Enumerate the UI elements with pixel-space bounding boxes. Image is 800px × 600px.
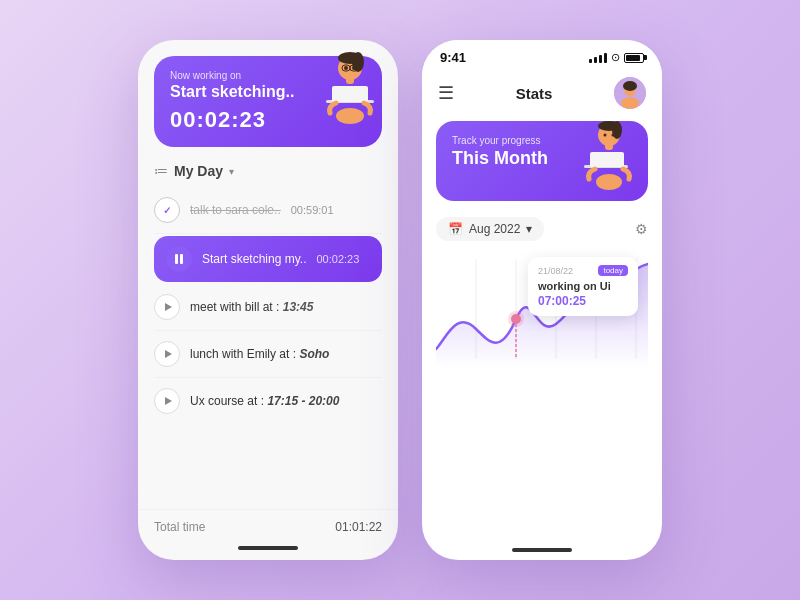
task-play-icon-5 [154, 388, 180, 414]
task-pause-icon-2 [166, 246, 192, 272]
task-list: ✓ talk to sara cole.. 00:59:01 Start ske… [138, 187, 398, 509]
tooltip-task: working on Ui [538, 280, 628, 292]
tooltip-time: 07:00:25 [538, 294, 628, 308]
tooltip-badge: today [598, 265, 628, 276]
tooltip-date: 21/08/22 [538, 266, 573, 276]
date-filter-row: 📅 Aug 2022 ▾ ⚙ [422, 213, 662, 249]
task-item-2[interactable]: Start sketching my.. 00:02:23 [154, 236, 382, 282]
chevron-down-icon: ▾ [229, 166, 234, 177]
progress-card: Track your progress This Month [436, 121, 648, 201]
left-phone: Now working on Start sketching.. 00:02:2… [138, 40, 398, 560]
filter-icon[interactable]: ⚙ [635, 221, 648, 237]
my-day-header[interactable]: ≔ My Day ▾ [154, 163, 382, 179]
svg-point-7 [344, 66, 348, 70]
task-name-5: Ux course at : 17:15 - 20:00 [190, 394, 339, 408]
status-icons: ⊙ [589, 51, 644, 64]
svg-point-22 [604, 134, 607, 137]
date-filter[interactable]: 📅 Aug 2022 ▾ [436, 217, 544, 241]
nav-title: Stats [516, 85, 553, 102]
svg-point-17 [596, 174, 622, 190]
date-chevron-icon: ▾ [526, 222, 532, 236]
list-icon: ≔ [154, 163, 168, 179]
svg-point-13 [621, 97, 639, 109]
status-bar: 9:41 ⊙ [422, 40, 662, 71]
task-item-5[interactable]: Ux course at : 17:15 - 20:00 [154, 378, 382, 424]
svg-point-14 [623, 81, 637, 91]
task-play-icon-4 [154, 341, 180, 367]
chart-area: 21/08/22 today working on Ui 07:00:25 [436, 249, 648, 542]
right-nav: ☰ Stats [422, 71, 662, 117]
task-time-2: 00:02:23 [316, 253, 359, 265]
svg-point-8 [352, 66, 356, 70]
my-day-title: My Day [174, 163, 223, 179]
calendar-icon: 📅 [448, 222, 463, 236]
home-indicator [238, 546, 298, 550]
task-play-icon-3 [154, 294, 180, 320]
total-value: 01:01:22 [335, 520, 382, 534]
svg-point-23 [612, 134, 615, 137]
tooltip-card: 21/08/22 today working on Ui 07:00:25 [528, 257, 638, 316]
task-name-3: meet with bill at : 13:45 [190, 300, 313, 314]
total-row: Total time 01:01:22 [138, 509, 398, 542]
signal-icon [589, 53, 607, 63]
status-time: 9:41 [440, 50, 466, 65]
date-filter-label: Aug 2022 [469, 222, 520, 236]
task-name-2: Start sketching my.. [202, 252, 306, 266]
home-indicator-right [512, 548, 572, 552]
task-time-1: 00:59:01 [291, 204, 334, 216]
task-item-3[interactable]: meet with bill at : 13:45 [154, 284, 382, 331]
svg-rect-1 [332, 86, 368, 102]
svg-rect-16 [590, 152, 624, 167]
hero-avatar [314, 48, 386, 128]
task-name-4: lunch with Emily at : Soho [190, 347, 329, 361]
avatar[interactable] [614, 77, 646, 109]
hero-card: Now working on Start sketching.. 00:02:2… [154, 56, 382, 147]
task-check-icon-1: ✓ [154, 197, 180, 223]
wifi-icon: ⊙ [611, 51, 620, 64]
right-phone: 9:41 ⊙ ☰ Stats Trac [422, 40, 662, 560]
task-item-4[interactable]: lunch with Emily at : Soho [154, 331, 382, 378]
progress-avatar [574, 117, 644, 195]
svg-point-2 [336, 108, 364, 124]
task-name-1: talk to sara cole.. [190, 203, 281, 217]
battery-icon [624, 53, 644, 63]
menu-icon[interactable]: ☰ [438, 82, 454, 104]
task-item-1[interactable]: ✓ talk to sara cole.. 00:59:01 [154, 187, 382, 234]
total-label: Total time [154, 520, 205, 534]
